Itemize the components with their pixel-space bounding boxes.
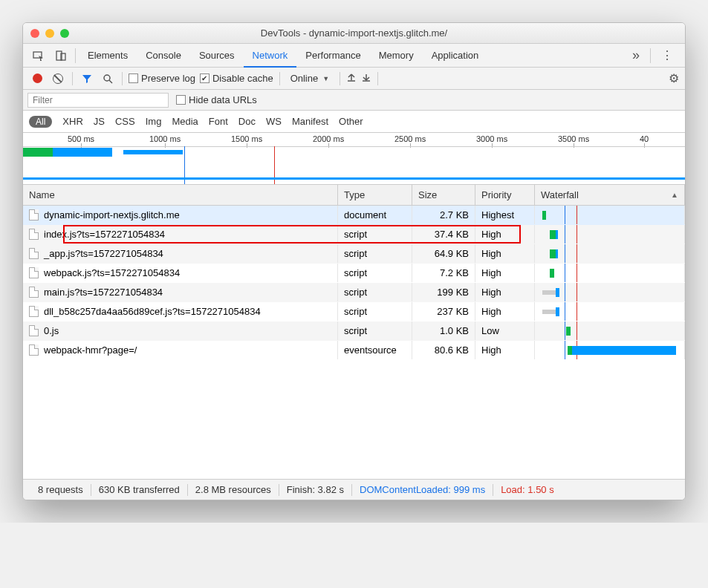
tab-application[interactable]: Application xyxy=(423,44,488,67)
filter-type-all[interactable]: All xyxy=(29,116,52,128)
search-icon[interactable] xyxy=(100,71,116,87)
request-size: 37.4 KB xyxy=(412,225,475,244)
table-row[interactable]: dynamic-import-nextjs.glitch.medocument2… xyxy=(23,206,685,225)
window-titlebar: DevTools - dynamic-import-nextjs.glitch.… xyxy=(23,23,685,44)
table-row[interactable]: webpack-hmr?page=/eventsource80.6 KBHigh xyxy=(23,341,685,360)
device-toggle-icon[interactable] xyxy=(50,50,72,62)
network-table-body: dynamic-import-nextjs.glitch.medocument2… xyxy=(23,206,685,360)
tabs-overflow-button[interactable]: » xyxy=(625,48,647,63)
upload-har-icon[interactable] xyxy=(346,72,357,85)
hide-data-urls-checkbox[interactable]: Hide data URLs xyxy=(176,94,257,105)
waterfall-cell xyxy=(535,244,685,263)
status-requests: 8 requests xyxy=(30,484,91,495)
filter-type-js[interactable]: JS xyxy=(94,116,105,127)
disable-cache-checkbox[interactable]: ✔Disable cache xyxy=(200,73,273,84)
filter-icon[interactable] xyxy=(79,71,95,87)
filter-input[interactable] xyxy=(27,93,169,108)
request-name: 0.js xyxy=(44,325,59,336)
request-name: dll_b58c257da4aa56d89cef.js?ts=157227105… xyxy=(44,306,261,317)
download-har-icon[interactable] xyxy=(361,72,371,85)
file-icon xyxy=(29,209,39,220)
request-type: script xyxy=(338,264,412,282)
svg-point-3 xyxy=(104,75,110,81)
request-size: 237 KB xyxy=(412,302,475,321)
column-type[interactable]: Type xyxy=(338,185,412,205)
status-bar: 8 requests 630 KB transferred 2.8 MB res… xyxy=(23,479,685,500)
column-priority[interactable]: Priority xyxy=(475,185,535,205)
devtools-tabs: Elements Console Sources Network Perform… xyxy=(23,44,685,68)
request-priority: High xyxy=(475,341,535,359)
tab-memory[interactable]: Memory xyxy=(370,44,423,67)
filter-type-font[interactable]: Font xyxy=(209,116,228,127)
request-size: 80.6 KB xyxy=(412,341,475,359)
filter-type-doc[interactable]: Doc xyxy=(238,116,256,127)
throttling-select[interactable]: Online▼ xyxy=(286,73,334,84)
filter-type-ws[interactable]: WS xyxy=(266,116,282,127)
filter-type-xhr[interactable]: XHR xyxy=(62,116,82,127)
status-load: Load: 1.50 s xyxy=(493,484,562,495)
network-settings-icon[interactable]: ⚙ xyxy=(669,71,679,85)
clear-button[interactable] xyxy=(50,71,66,87)
table-row[interactable]: 0.jsscript1.0 KBLow xyxy=(23,321,685,341)
file-icon xyxy=(29,229,39,240)
settings-menu-button[interactable]: ⋮ xyxy=(654,48,681,62)
filter-type-manifest[interactable]: Manifest xyxy=(292,116,328,127)
request-size: 64.9 KB xyxy=(412,244,475,263)
table-row[interactable]: dll_b58c257da4aa56d89cef.js?ts=157227105… xyxy=(23,302,685,321)
maximize-window-button[interactable] xyxy=(60,29,69,38)
tab-console[interactable]: Console xyxy=(137,44,190,67)
network-table-header: Name Type Size Priority Waterfall▲ xyxy=(23,185,685,206)
table-row[interactable]: main.js?ts=1572271054834script199 KBHigh xyxy=(23,283,685,302)
status-finish: Finish: 3.82 s xyxy=(279,484,351,495)
timeline-overview[interactable]: 500 ms1000 ms1500 ms2000 ms2500 ms3000 m… xyxy=(23,133,685,185)
file-icon xyxy=(29,267,39,278)
svg-line-4 xyxy=(109,80,112,83)
minimize-window-button[interactable] xyxy=(45,29,54,38)
request-type-filters: All XHR JS CSS Img Media Font Doc WS Man… xyxy=(23,111,685,133)
request-type: script xyxy=(338,302,412,321)
request-priority: High xyxy=(475,225,535,244)
table-row[interactable]: webpack.js?ts=1572271054834script7.2 KBH… xyxy=(23,264,685,283)
request-type: script xyxy=(338,244,412,263)
tab-sources[interactable]: Sources xyxy=(190,44,244,67)
preserve-log-checkbox[interactable]: Preserve log xyxy=(129,73,195,84)
table-row[interactable]: _app.js?ts=1572271054834script64.9 KBHig… xyxy=(23,244,685,264)
request-priority: High xyxy=(475,244,535,263)
filter-type-img[interactable]: Img xyxy=(146,116,162,127)
column-name[interactable]: Name xyxy=(23,185,338,205)
column-size[interactable]: Size xyxy=(412,185,475,205)
file-icon xyxy=(29,344,39,356)
tab-network[interactable]: Network xyxy=(244,45,297,68)
waterfall-cell xyxy=(535,225,685,244)
column-waterfall[interactable]: Waterfall▲ xyxy=(535,185,685,205)
file-icon xyxy=(29,325,39,336)
request-name: webpack.js?ts=1572271054834 xyxy=(44,267,180,278)
network-toolbar: Preserve log ✔Disable cache Online▼ ⚙ xyxy=(23,68,685,90)
filter-type-other[interactable]: Other xyxy=(339,116,363,127)
table-row[interactable]: index.js?ts=1572271054834script37.4 KBHi… xyxy=(23,225,685,244)
request-type: script xyxy=(338,225,412,244)
status-transferred: 630 KB transferred xyxy=(91,484,187,495)
window-title: DevTools - dynamic-import-nextjs.glitch.… xyxy=(23,27,685,39)
request-priority: High xyxy=(475,302,535,321)
request-name: dynamic-import-nextjs.glitch.me xyxy=(44,209,180,220)
request-size: 7.2 KB xyxy=(412,264,475,282)
record-button[interactable] xyxy=(29,71,45,87)
file-icon xyxy=(29,306,39,317)
file-icon xyxy=(29,248,39,259)
filter-type-media[interactable]: Media xyxy=(172,116,198,127)
filter-type-css[interactable]: CSS xyxy=(115,116,135,127)
inspect-icon[interactable] xyxy=(27,50,50,62)
tab-elements[interactable]: Elements xyxy=(79,44,137,67)
filter-bar: Hide data URLs xyxy=(23,90,685,111)
status-resources: 2.8 MB resources xyxy=(188,484,279,495)
request-priority: High xyxy=(475,264,535,282)
waterfall-cell xyxy=(535,321,685,340)
request-priority: Low xyxy=(475,321,535,340)
close-window-button[interactable] xyxy=(30,29,39,38)
tab-performance[interactable]: Performance xyxy=(296,44,369,67)
request-size: 199 KB xyxy=(412,283,475,301)
request-type: script xyxy=(338,283,412,301)
file-icon xyxy=(29,287,39,298)
request-type: script xyxy=(338,321,412,340)
